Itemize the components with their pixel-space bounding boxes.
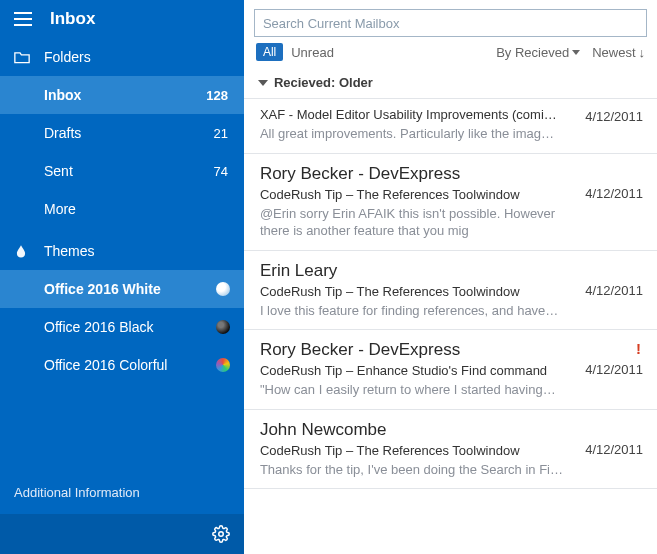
collapse-triangle-icon <box>258 80 268 86</box>
search-input[interactable] <box>254 9 647 37</box>
message-row[interactable]: XAF - Model Editor Usability Improvement… <box>244 99 657 154</box>
message-row[interactable]: ! Rory Becker - DevExpress CodeRush Tip … <box>244 330 657 410</box>
theme-office-2016-colorful[interactable]: Office 2016 Colorful <box>0 346 244 384</box>
message-row[interactable]: Rory Becker - DevExpress CodeRush Tip – … <box>244 154 657 251</box>
theme-colorful-swatch-icon <box>216 358 230 372</box>
message-from: Erin Leary <box>260 261 643 281</box>
message-from: Rory Becker - DevExpress <box>260 164 643 184</box>
message-preview: @Erin sorry Erin AFAIK this isn't possib… <box>260 205 643 240</box>
sidebar-item-more[interactable]: More <box>0 190 244 228</box>
theme-white-swatch-icon <box>216 282 230 296</box>
folders-header[interactable]: Folders <box>0 38 244 76</box>
sidebar-item-sent[interactable]: Sent 74 <box>0 152 244 190</box>
message-from: Rory Becker - DevExpress <box>260 340 643 360</box>
message-date: 4/12/2011 <box>585 362 643 377</box>
message-preview: "How can I easily return to where I star… <box>260 381 643 399</box>
sidebar-item-inbox[interactable]: Inbox 128 <box>0 76 244 114</box>
themes-header[interactable]: Themes <box>0 232 244 270</box>
message-row[interactable]: Erin Leary CodeRush Tip – The References… <box>244 251 657 331</box>
hamburger-icon[interactable] <box>14 12 32 26</box>
main-panel: All Unread By Recieved Newest ↓ Recieved… <box>244 0 657 554</box>
folders-label: Folders <box>44 49 91 65</box>
search-wrap <box>244 1 657 43</box>
message-preview: All great improvements. Particularly lik… <box>260 125 643 143</box>
sidebar-item-drafts[interactable]: Drafts 21 <box>0 114 244 152</box>
arrow-down-icon: ↓ <box>639 45 646 60</box>
message-date: 4/12/2011 <box>585 186 643 201</box>
theme-office-2016-black[interactable]: Office 2016 Black <box>0 308 244 346</box>
sidebar: Inbox Folders Inbox 128 Drafts 21 Sent 7… <box>0 0 244 554</box>
folder-icon <box>14 51 44 64</box>
settings-bar <box>0 514 244 554</box>
message-date: 4/12/2011 <box>585 442 643 457</box>
sort-newest[interactable]: Newest ↓ <box>592 45 645 60</box>
filter-unread[interactable]: Unread <box>291 45 334 60</box>
message-date: 4/12/2011 <box>585 109 643 124</box>
sort-by-received[interactable]: By Recieved <box>496 45 580 60</box>
theme-black-swatch-icon <box>216 320 230 334</box>
additional-information-link[interactable]: Additional Information <box>0 471 244 514</box>
sidebar-bottom: Additional Information <box>0 471 244 554</box>
filter-all[interactable]: All <box>256 43 283 61</box>
inbox-count: 128 <box>206 88 228 103</box>
group-header-older[interactable]: Recieved: Older <box>244 71 657 99</box>
gear-icon[interactable] <box>212 525 230 543</box>
important-flag-icon: ! <box>636 340 641 357</box>
drafts-count: 21 <box>213 126 227 141</box>
filter-bar: All Unread By Recieved Newest ↓ <box>244 43 657 71</box>
message-from: John Newcombe <box>260 420 643 440</box>
sidebar-title: Inbox <box>50 9 95 29</box>
message-preview: I love this feature for finding referenc… <box>260 302 643 320</box>
themes-label: Themes <box>44 243 95 259</box>
message-row[interactable]: John Newcombe CodeRush Tip – The Referen… <box>244 410 657 490</box>
message-date: 4/12/2011 <box>585 283 643 298</box>
droplet-icon <box>14 244 44 258</box>
svg-point-0 <box>219 532 224 537</box>
theme-office-2016-white[interactable]: Office 2016 White <box>0 270 244 308</box>
message-preview: Thanks for the tip, I've been doing the … <box>260 461 643 479</box>
caret-down-icon <box>572 50 580 55</box>
sidebar-header: Inbox <box>0 0 244 38</box>
sent-count: 74 <box>213 164 227 179</box>
